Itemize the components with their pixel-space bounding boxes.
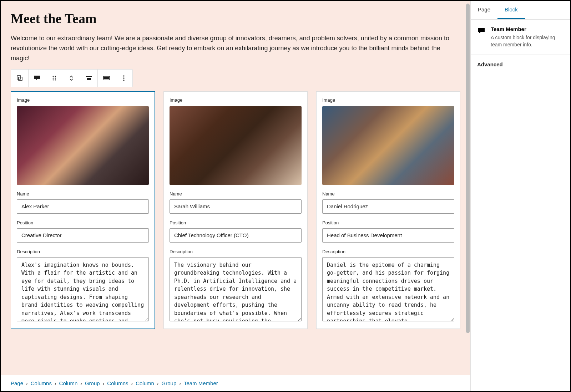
position-input-1[interactable] — [17, 228, 149, 243]
move-updown-button[interactable] — [63, 70, 80, 87]
svg-point-13 — [123, 77, 124, 78]
more-options-button[interactable] — [115, 70, 132, 87]
block-toolbar — [11, 69, 133, 87]
align-button[interactable] — [80, 70, 97, 87]
chevron-updown-icon — [67, 74, 76, 82]
svg-rect-1 — [19, 77, 22, 81]
drag-dots-icon — [50, 74, 59, 82]
position-input-3[interactable] — [322, 228, 454, 243]
description-textarea-3[interactable] — [322, 257, 454, 321]
tab-page[interactable]: Page — [471, 1, 497, 19]
image-label: Image — [322, 97, 454, 103]
block-description: A custom block for displaying team membe… — [491, 34, 564, 48]
team-member-block-1[interactable]: Image Name Position Description — [11, 91, 155, 329]
select-parent-icon — [15, 74, 24, 82]
name-label: Name — [322, 191, 454, 197]
position-label: Position — [170, 220, 302, 225]
width-icon — [102, 74, 111, 82]
name-input-1[interactable] — [17, 199, 149, 214]
member-image-3[interactable] — [322, 106, 454, 185]
chevron-right-icon: › — [131, 381, 133, 386]
settings-sidebar: Page Block Team Member A custom block fo… — [470, 1, 570, 391]
name-label: Name — [17, 191, 149, 197]
block-info-panel: Team Member A custom block for displayin… — [471, 20, 570, 55]
description-label: Description — [17, 249, 149, 254]
svg-point-14 — [123, 80, 124, 81]
tab-block[interactable]: Block — [497, 1, 525, 19]
svg-rect-8 — [86, 76, 92, 77]
chevron-right-icon: › — [55, 381, 56, 386]
more-vertical-icon — [120, 74, 128, 82]
width-button[interactable] — [98, 70, 115, 87]
description-textarea-1[interactable] — [17, 257, 149, 321]
member-image-1[interactable] — [17, 106, 149, 185]
svg-point-4 — [53, 77, 54, 78]
team-member-block-3[interactable]: Image Name Position Description — [316, 91, 460, 329]
comment-icon — [477, 26, 486, 35]
breadcrumb-item[interactable]: Group — [162, 380, 177, 386]
svg-point-7 — [55, 79, 56, 80]
team-member-block-2[interactable]: Image Name Position Description — [163, 91, 308, 329]
intro-paragraph[interactable]: Welcome to our extraordinary team! We ar… — [11, 34, 460, 63]
scrollbar-thumb[interactable] — [466, 4, 470, 333]
drag-handle-button[interactable] — [46, 70, 63, 87]
member-image-2[interactable] — [170, 106, 302, 185]
svg-rect-10 — [103, 77, 109, 79]
block-type-icon — [477, 26, 486, 35]
page-title[interactable]: Meet the Team — [11, 11, 460, 26]
position-label: Position — [322, 220, 454, 225]
image-label: Image — [17, 97, 149, 103]
sidebar-tabs: Page Block — [471, 1, 570, 20]
advanced-panel-toggle[interactable]: Advanced — [471, 55, 570, 74]
description-textarea-2[interactable] — [170, 257, 302, 321]
team-row: Image Name Position Description — [11, 91, 460, 329]
svg-point-12 — [123, 75, 124, 76]
chevron-right-icon: › — [80, 381, 82, 386]
block-title: Team Member — [491, 26, 564, 32]
breadcrumb-item[interactable]: Columns — [107, 380, 128, 386]
svg-rect-9 — [87, 78, 91, 80]
block-type-button[interactable] — [29, 70, 46, 87]
breadcrumb-item[interactable]: Group — [85, 380, 100, 386]
chevron-right-icon: › — [103, 381, 105, 386]
svg-point-6 — [53, 79, 54, 80]
svg-rect-0 — [17, 76, 21, 79]
editor-canvas[interactable]: Meet the Team Welcome to our extraordina… — [1, 1, 470, 375]
svg-point-2 — [53, 76, 54, 77]
chevron-right-icon: › — [157, 381, 159, 386]
name-input-3[interactable] — [322, 199, 454, 214]
breadcrumb-item[interactable]: Page — [11, 380, 23, 386]
breadcrumb-item[interactable]: Column — [136, 380, 154, 386]
scrollbar-track[interactable] — [465, 4, 470, 370]
chevron-right-icon: › — [179, 381, 181, 386]
name-input-2[interactable] — [170, 199, 302, 214]
comment-icon — [33, 74, 41, 82]
svg-point-3 — [55, 76, 56, 77]
description-label: Description — [322, 249, 454, 254]
breadcrumb-item[interactable]: Team Member — [184, 380, 218, 386]
breadcrumb-item[interactable]: Columns — [31, 380, 52, 386]
chevron-right-icon: › — [26, 381, 28, 386]
breadcrumb-item[interactable]: Column — [59, 380, 78, 386]
align-icon — [85, 74, 93, 82]
svg-point-5 — [55, 77, 56, 78]
image-label: Image — [170, 97, 302, 103]
breadcrumb: Page › Columns › Column › Group › Column… — [1, 375, 470, 391]
select-parent-button[interactable] — [11, 70, 28, 87]
position-input-2[interactable] — [170, 228, 302, 243]
description-label: Description — [170, 249, 302, 254]
position-label: Position — [17, 220, 149, 225]
name-label: Name — [170, 191, 302, 197]
